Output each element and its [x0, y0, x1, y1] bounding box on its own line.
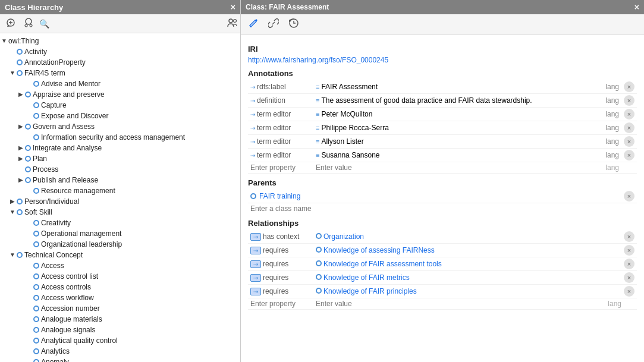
- left-toolbar: 🔍: [0, 14, 240, 33]
- enter-value-cell[interactable]: [313, 162, 598, 174]
- tree-node-creativity[interactable]: Creativity: [0, 218, 240, 228]
- tree-node-label: Organizational leadership: [41, 240, 122, 249]
- tree-node-resource-mgmt[interactable]: Resource management: [0, 185, 240, 196]
- delete-relationship-button[interactable]: ×: [624, 272, 634, 283]
- add-subclass-button[interactable]: [4, 17, 18, 30]
- delete-annotation-button[interactable]: ×: [624, 109, 634, 119]
- link-icon: [268, 18, 279, 29]
- search-icon[interactable]: 🔍: [39, 19, 49, 29]
- tree-node-label: Expose and Discover: [41, 111, 108, 121]
- rel-lang-col: lang: [600, 298, 624, 310]
- delete-annotation-button[interactable]: ×: [624, 150, 634, 160]
- tree-node-analogue-signals[interactable]: Analogue signals: [0, 325, 240, 335]
- tree-node-org-leadership[interactable]: Organizational leadership: [0, 239, 240, 250]
- right-panel-close[interactable]: ×: [634, 2, 639, 12]
- tree-node-tech-concept[interactable]: Technical Concept: [0, 250, 240, 260]
- relationship-row: ⇢requiresKnowledge of FAIR principles×: [248, 285, 637, 298]
- rel-value-input[interactable]: [316, 300, 598, 308]
- parents-section-label: Parents: [248, 178, 637, 187]
- annotation-property[interactable]: ⇢rdfs:label: [248, 80, 313, 94]
- annotation-property[interactable]: ⇢term editor: [248, 108, 313, 121]
- relationship-property[interactable]: ⇢requires: [248, 244, 313, 257]
- delete-annotation-button[interactable]: ×: [624, 122, 634, 133]
- rel-enter-property-cell[interactable]: [248, 298, 313, 310]
- annotation-property[interactable]: ⇢term editor: [248, 149, 313, 162]
- history-button[interactable]: [286, 17, 301, 32]
- annotation-property[interactable]: ⇢definition: [248, 94, 313, 108]
- tree-node-info-security[interactable]: Information security and access manageme…: [0, 132, 240, 143]
- tree-node-label: Creativity: [41, 218, 71, 228]
- relationship-property[interactable]: ⇢requires: [248, 285, 313, 298]
- tree-node-label: Information security and access manageme…: [41, 133, 185, 142]
- add-sibling-button[interactable]: [21, 17, 36, 30]
- delete-relationship-button[interactable]: ×: [624, 286, 634, 297]
- annotation-property[interactable]: ⇢term editor: [248, 135, 313, 149]
- tree-node-label: AnnotationProperty: [24, 58, 86, 67]
- class-name-input[interactable]: [250, 204, 634, 213]
- relationship-property[interactable]: ⇢requires: [248, 271, 313, 285]
- tree-node-activity[interactable]: Activity: [0, 46, 240, 57]
- tree-node-label: Access control list: [41, 272, 98, 281]
- tree-node-soft-skill[interactable]: Soft Skill: [0, 207, 240, 218]
- tree-node-capture[interactable]: Capture: [0, 100, 240, 111]
- class-detail-content: IRI http://www.fairsharing.org/fso/FSO_0…: [241, 35, 644, 362]
- enter-class-input[interactable]: [248, 203, 637, 214]
- iri-value[interactable]: http://www.fairsharing.org/fso/FSO_00002…: [248, 56, 637, 64]
- tree-node-plan[interactable]: Plan: [0, 153, 240, 164]
- left-panel-close[interactable]: ×: [231, 2, 235, 12]
- tree-node-process[interactable]: Process: [0, 164, 240, 175]
- tree-node-expose-discover[interactable]: Expose and Discover: [0, 111, 240, 121]
- delete-relationship-button[interactable]: ×: [624, 245, 634, 256]
- rel-enter-value-cell[interactable]: [313, 298, 600, 310]
- class-icon: [33, 348, 39, 354]
- people-icon[interactable]: [227, 18, 237, 29]
- tree-node-govern-assess[interactable]: Govern and Assess: [0, 121, 240, 132]
- tree-node-analytical-qc[interactable]: Analytical quality control: [0, 335, 240, 346]
- class-icon: [33, 113, 39, 119]
- class-icon: [17, 199, 23, 204]
- tree-node-label: Analogue materials: [41, 314, 102, 324]
- annotation-property[interactable]: ⇢term editor: [248, 121, 313, 135]
- tree-node-advise-mentor[interactable]: Advise and Mentor: [0, 78, 240, 89]
- tree-node-publish-release[interactable]: Publish and Release: [0, 175, 240, 185]
- rel-property-input[interactable]: [250, 300, 311, 308]
- tree-node-label: Person/Individual: [24, 197, 79, 206]
- tree-node-fair4s-term[interactable]: FAIR4S term: [0, 68, 240, 78]
- tree-node-label: Analytics: [41, 347, 70, 356]
- edit-button[interactable]: [246, 17, 261, 32]
- relationship-property[interactable]: ⇢requires: [248, 257, 313, 271]
- tree-node-anomaly[interactable]: Anomaly: [0, 357, 240, 362]
- tree-node-integrate-analyse[interactable]: Integrate and Analyse: [0, 143, 240, 153]
- iri-section-label: IRI: [248, 45, 637, 53]
- tree-node-appraise-preserve[interactable]: Appraise and preserve: [0, 89, 240, 100]
- delete-relationship-button[interactable]: ×: [624, 231, 634, 242]
- add-sibling-icon: [24, 18, 33, 27]
- tree-node-access-control-list[interactable]: Access control list: [0, 271, 240, 282]
- tree-node-person-individual[interactable]: Person/Individual: [0, 196, 240, 207]
- annotation-property-input[interactable]: [250, 163, 311, 172]
- tree-node-access[interactable]: Access: [0, 260, 240, 271]
- tree-node-owl-thing[interactable]: owl:Thing: [0, 36, 240, 46]
- tree-node-access-controls[interactable]: Access controls: [0, 282, 240, 292]
- tree-node-label: Appraise and preserve: [33, 90, 105, 99]
- delete-annotation-button[interactable]: ×: [624, 81, 634, 92]
- delete-annotation-button[interactable]: ×: [624, 136, 634, 147]
- relationship-row: ⇢requiresKnowledge of FAIR assessment to…: [248, 257, 637, 271]
- delete-parent-button[interactable]: ×: [624, 191, 634, 202]
- tree-node-analogue-materials[interactable]: Analogue materials: [0, 314, 240, 325]
- tree-node-accession-number[interactable]: Accession number: [0, 303, 240, 314]
- tree-node-annotation-prop[interactable]: AnnotationProperty: [0, 57, 240, 68]
- tree-node-analytics[interactable]: Analytics: [0, 346, 240, 357]
- class-icon: [33, 284, 39, 290]
- tree-node-access-workflow[interactable]: Access workflow: [0, 292, 240, 303]
- class-icon: [25, 156, 31, 162]
- parent-item[interactable]: FAIR training ×: [248, 190, 637, 203]
- enter-property-cell[interactable]: [248, 162, 313, 174]
- delete-relationship-button[interactable]: ×: [624, 259, 634, 269]
- delete-annotation-button[interactable]: ×: [624, 95, 634, 106]
- tree-node-operational-mgmt[interactable]: Operational management: [0, 228, 240, 239]
- relationship-property[interactable]: ⇢has context: [248, 230, 313, 244]
- edit-icon: [248, 18, 259, 29]
- annotation-value-input[interactable]: [316, 163, 595, 172]
- link-button[interactable]: [266, 17, 281, 32]
